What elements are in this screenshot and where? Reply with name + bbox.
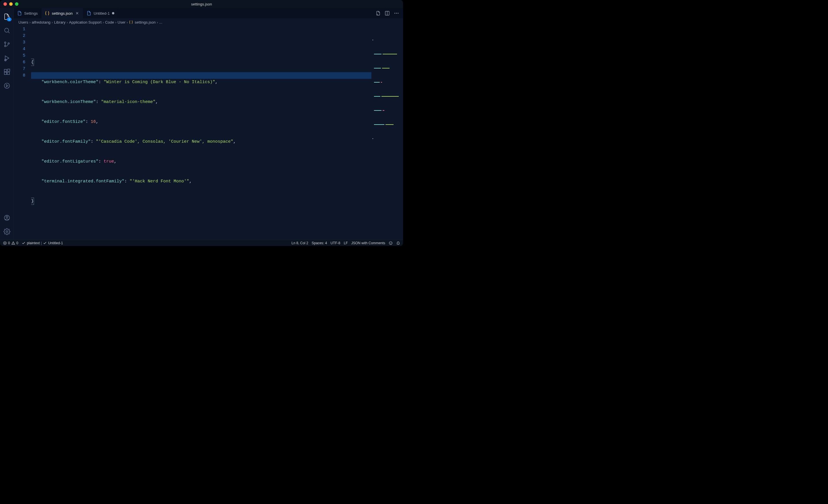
- window-title: settings.json: [191, 2, 212, 6]
- run-debug-icon[interactable]: [0, 52, 14, 64]
- svg-point-0: [5, 28, 9, 32]
- breadcrumbs[interactable]: Users › alfredotang › Library › Applicat…: [14, 18, 403, 26]
- svg-rect-5: [4, 69, 7, 72]
- code-text: :: [98, 79, 104, 85]
- chevron-right-icon: ›: [115, 20, 116, 25]
- breadcrumb-item[interactable]: Code: [105, 20, 114, 25]
- svg-point-11: [6, 216, 8, 218]
- line-number: 8: [14, 72, 25, 79]
- tab-label: settings.json: [52, 11, 73, 15]
- code-text: {: [31, 59, 34, 66]
- tab-actions: [371, 8, 403, 18]
- minimap[interactable]: [371, 26, 403, 240]
- accounts-icon[interactable]: [0, 212, 14, 224]
- status-eol[interactable]: LF: [344, 241, 348, 245]
- svg-rect-6: [4, 72, 7, 75]
- breadcrumb-item[interactable]: User: [118, 20, 125, 25]
- svg-point-9: [4, 83, 9, 88]
- window-minimize-button[interactable]: [9, 2, 13, 6]
- line-number: 7: [14, 65, 25, 72]
- code-text: 16: [91, 119, 96, 125]
- status-indent[interactable]: Spaces: 4: [312, 241, 327, 245]
- split-editor-icon[interactable]: [383, 9, 391, 17]
- code-text: ,: [189, 178, 192, 185]
- chevron-right-icon: ›: [157, 20, 158, 25]
- code-text: true: [104, 158, 114, 165]
- svg-point-15: [396, 13, 397, 14]
- activity-bar: 1: [0, 8, 14, 240]
- svg-point-12: [6, 231, 8, 232]
- open-changes-icon[interactable]: [374, 9, 382, 17]
- tab-settings[interactable]: Settings: [14, 8, 41, 18]
- code-text: "material-icon-theme": [101, 99, 156, 105]
- chevron-right-icon: ›: [51, 20, 53, 25]
- code-text: [31, 158, 41, 165]
- code-text: ,: [215, 79, 218, 85]
- json-icon: [129, 20, 133, 24]
- code-text: }: [31, 198, 34, 205]
- window-maximize-button[interactable]: [15, 2, 18, 6]
- code-text: "editor.fontSize": [41, 119, 85, 125]
- svg-point-14: [395, 13, 395, 14]
- breadcrumb-item[interactable]: Users: [18, 20, 28, 25]
- status-cursor[interactable]: Ln 8, Col 2: [292, 241, 308, 245]
- status-language-check[interactable]: plaintext | Untitled-1: [22, 241, 63, 245]
- status-text: Untitled-1: [48, 241, 63, 245]
- code-text: "Winter is Coming (Dark Blue - No Italic…: [104, 79, 215, 85]
- explorer-icon[interactable]: 1: [0, 10, 14, 23]
- error-count: 0: [8, 241, 10, 245]
- file-icon: [87, 11, 91, 15]
- svg-point-3: [8, 43, 9, 44]
- warning-count: 0: [16, 241, 18, 245]
- code-text: ,: [114, 158, 117, 165]
- breadcrumb-item[interactable]: Library: [54, 20, 66, 25]
- status-problems[interactable]: 0 0: [3, 241, 18, 245]
- svg-point-1: [4, 42, 6, 43]
- svg-point-19: [390, 242, 390, 243]
- line-number: 6: [14, 59, 25, 65]
- svg-point-20: [391, 242, 391, 243]
- search-icon[interactable]: [0, 24, 14, 37]
- feedback-icon[interactable]: [389, 241, 393, 245]
- close-icon[interactable]: [75, 11, 79, 15]
- tab-bar: Settings settings.json Untitled-1: [14, 8, 403, 18]
- app-window: settings.json 1: [0, 0, 403, 246]
- extensions-icon[interactable]: [0, 65, 14, 78]
- code-text: "editor.fontFamily": [41, 138, 91, 145]
- code-text: [31, 178, 41, 185]
- tab-settings-json[interactable]: settings.json: [41, 8, 83, 18]
- editor-body[interactable]: 1 2 3 4 5 6 7 8 { "workbench.colorTheme"…: [14, 26, 403, 240]
- code-text: [31, 79, 41, 85]
- line-number: 4: [14, 46, 25, 52]
- breadcrumb-item[interactable]: alfredotang: [32, 20, 50, 25]
- chevron-right-icon: ›: [67, 20, 68, 25]
- file-icon: [17, 11, 22, 15]
- status-encoding[interactable]: UTF-8: [331, 241, 340, 245]
- dirty-indicator-icon: [112, 12, 114, 14]
- status-text: plaintext: [27, 241, 40, 245]
- notifications-icon[interactable]: [396, 241, 400, 245]
- tab-untitled[interactable]: Untitled-1: [83, 8, 118, 18]
- code-text: :: [124, 178, 130, 185]
- svg-point-16: [398, 13, 399, 14]
- line-number: 1: [14, 26, 25, 33]
- window-close-button[interactable]: [3, 2, 7, 6]
- json-icon: [45, 11, 49, 15]
- code-area[interactable]: { "workbench.colorTheme": "Winter is Com…: [31, 26, 403, 240]
- code-text: "workbench.colorTheme": [41, 79, 98, 85]
- source-control-icon[interactable]: [0, 38, 14, 51]
- more-actions-icon[interactable]: [393, 9, 400, 17]
- line-number: 2: [14, 33, 25, 39]
- breadcrumb-tail[interactable]: ...: [159, 20, 162, 25]
- breadcrumb-file[interactable]: settings.json: [135, 20, 156, 25]
- chevron-right-icon: ›: [127, 20, 128, 25]
- settings-gear-icon[interactable]: [0, 225, 14, 238]
- live-share-icon[interactable]: [0, 79, 14, 92]
- chevron-right-icon: ›: [103, 20, 104, 25]
- code-text: ,: [156, 99, 158, 105]
- breadcrumb-item[interactable]: Application Support: [69, 20, 101, 25]
- line-gutter: 1 2 3 4 5 6 7 8: [14, 26, 31, 240]
- svg-rect-8: [7, 69, 10, 71]
- svg-point-18: [389, 241, 392, 244]
- status-language-mode[interactable]: JSON with Comments: [351, 241, 385, 245]
